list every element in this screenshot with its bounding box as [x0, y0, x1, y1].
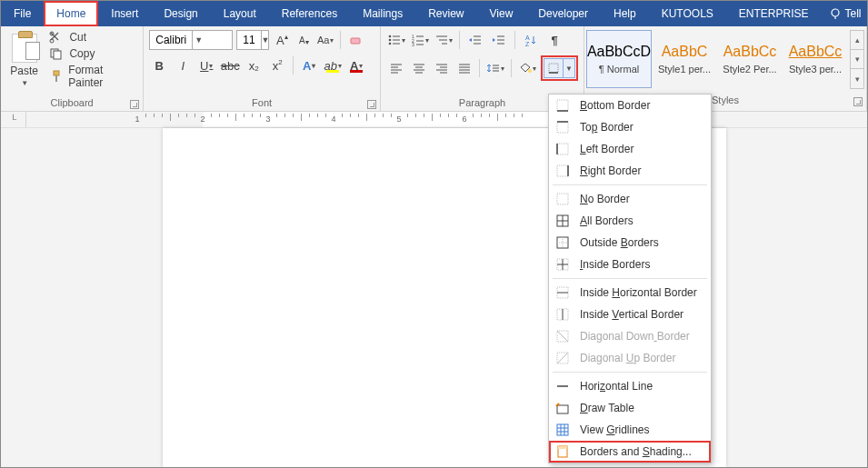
- justify-button[interactable]: [454, 58, 474, 78]
- tab-insert[interactable]: Insert: [98, 1, 151, 26]
- shrink-font-button[interactable]: A▾: [294, 31, 313, 49]
- menu-separator: [553, 278, 707, 279]
- menu-item-label: Left Border: [580, 143, 634, 155]
- menu-item-inside-vertical-border[interactable]: Inside Vertical Border: [549, 304, 711, 325]
- bullets-icon: [387, 34, 401, 46]
- font-color-button[interactable]: A▾: [346, 55, 366, 75]
- styles-scroll-down[interactable]: ▾: [851, 50, 863, 69]
- numbering-button[interactable]: 123▾: [410, 30, 430, 50]
- style-name-label: Style3 per...: [789, 64, 842, 75]
- ruler-number: 4: [331, 115, 335, 124]
- tab-home[interactable]: Home: [44, 1, 98, 26]
- svg-rect-52: [549, 64, 558, 73]
- copy-button[interactable]: Copy: [47, 46, 137, 61]
- brush-icon: [49, 70, 63, 83]
- tab-help[interactable]: Help: [601, 1, 649, 26]
- menu-item-all-borders[interactable]: All Borders: [549, 210, 711, 232]
- style-item-3[interactable]: AaBbCcStyle3 per...: [783, 30, 848, 88]
- menu-item-inside-borders[interactable]: Inside Borders: [549, 254, 711, 275]
- menu-item-view-gridlines[interactable]: View Gridlines: [549, 419, 711, 441]
- cut-button[interactable]: Cut: [47, 30, 137, 45]
- border-icon: [554, 350, 571, 366]
- menu-item-top-border[interactable]: Top Border: [549, 116, 711, 138]
- style-name-label: ¶ Normal: [599, 64, 639, 75]
- styles-gallery-scroll[interactable]: ▴▾▾: [850, 30, 864, 89]
- tab-selector[interactable]: └: [1, 112, 26, 127]
- increase-indent-button[interactable]: [489, 30, 509, 50]
- menu-item-draw-table[interactable]: Draw Table: [549, 397, 711, 419]
- style-item-2[interactable]: AaBbCcStyle2 Per...: [717, 30, 783, 88]
- menu-item-outside-borders[interactable]: Outside Borders: [549, 232, 711, 254]
- shading-button[interactable]: ▾: [517, 58, 537, 78]
- menu-item-label: Top Border: [580, 121, 634, 134]
- tab-view[interactable]: View: [477, 1, 526, 26]
- tab-developer[interactable]: Developer: [525, 1, 601, 26]
- menu-item-label: Inside Borders: [580, 258, 650, 271]
- strikethrough-button[interactable]: abc: [220, 55, 240, 75]
- styles-scroll-up[interactable]: ▴: [851, 31, 863, 50]
- sort-button[interactable]: AZ: [521, 30, 541, 50]
- style-item-0[interactable]: AaBbCcD¶ Normal: [586, 30, 652, 88]
- styles-more-button[interactable]: ▾: [851, 69, 863, 88]
- font-name-combo[interactable]: Calibri▼: [149, 30, 233, 50]
- align-left-button[interactable]: [386, 58, 405, 78]
- ruler-number: 2: [200, 115, 205, 124]
- font-size-combo[interactable]: 11▼: [236, 30, 269, 50]
- paste-button[interactable]: Paste ▼: [6, 30, 42, 87]
- border-icon: [554, 328, 571, 344]
- borders-split-button[interactable]: ▼: [541, 55, 578, 81]
- bold-button[interactable]: B: [149, 55, 169, 75]
- clipboard-launcher[interactable]: [130, 100, 139, 109]
- styles-launcher[interactable]: [853, 97, 863, 106]
- bullets-button[interactable]: ▾: [386, 30, 406, 50]
- tab-review[interactable]: Review: [415, 1, 476, 26]
- tab-kutools[interactable]: KUTOOLS: [649, 1, 726, 26]
- superscript-button[interactable]: x2: [267, 55, 287, 75]
- menu-item-right-border[interactable]: Right Border: [549, 160, 711, 182]
- multilevel-button[interactable]: ▾: [434, 30, 454, 50]
- menu-item-left-border[interactable]: Left Border: [549, 138, 711, 160]
- subscript-button[interactable]: x2: [244, 55, 264, 75]
- tab-file[interactable]: File: [1, 1, 44, 26]
- menu-bar: File Home Insert Design Layout Reference…: [1, 1, 867, 26]
- change-case-button[interactable]: Aa▾: [316, 31, 334, 49]
- svg-line-77: [557, 331, 568, 342]
- highlight-button[interactable]: ab▾: [323, 55, 343, 75]
- menu-item-bottom-border[interactable]: Bottom Border: [549, 95, 711, 116]
- clear-formatting-button[interactable]: [346, 31, 364, 49]
- style-item-1[interactable]: AaBbCStyle1 per...: [652, 30, 717, 88]
- show-marks-button[interactable]: ¶: [544, 30, 564, 50]
- scissors-icon: [49, 31, 64, 44]
- tab-enterprise[interactable]: ENTERPRISE: [726, 1, 822, 26]
- tab-layout[interactable]: Layout: [211, 1, 269, 26]
- tell-me[interactable]: Tell: [822, 1, 868, 26]
- borders-button[interactable]: [544, 58, 564, 78]
- group-label-clipboard: Clipboard: [1, 95, 143, 111]
- menu-item-no-border[interactable]: No Border: [549, 188, 711, 210]
- menu-item-label: View Gridlines: [580, 423, 650, 436]
- numbering-icon: 123: [411, 34, 424, 46]
- italic-button[interactable]: I: [173, 55, 193, 75]
- tab-mailings[interactable]: Mailings: [350, 1, 415, 26]
- vertical-ruler-gutter: [1, 128, 26, 467]
- underline-button[interactable]: U▾: [196, 55, 216, 75]
- menu-item-horizontal-line[interactable]: Horizontal Line: [549, 375, 711, 397]
- font-launcher[interactable]: [367, 100, 376, 109]
- menu-item-label: Diagonal Up Border: [580, 352, 675, 364]
- border-icon: [554, 213, 571, 229]
- format-painter-button[interactable]: Format Painter: [47, 63, 137, 90]
- grow-font-button[interactable]: A▴: [273, 31, 291, 49]
- line-spacing-button[interactable]: ▾: [485, 58, 505, 78]
- menu-item-borders-and-shading[interactable]: Borders and Shading...: [549, 441, 711, 463]
- decrease-indent-button[interactable]: [465, 30, 485, 50]
- borders-dropdown-arrow[interactable]: ▼: [563, 58, 575, 78]
- text-effects-button[interactable]: A▾: [299, 55, 319, 75]
- tab-references[interactable]: References: [269, 1, 350, 26]
- align-right-button[interactable]: [432, 58, 451, 78]
- horizontal-ruler[interactable]: 123456: [26, 112, 867, 127]
- border-icon: [554, 163, 571, 179]
- tab-design[interactable]: Design: [151, 1, 210, 26]
- menu-item-inside-horizontal-border[interactable]: Inside Horizontal Border: [549, 282, 711, 304]
- line-spacing-icon: [486, 62, 500, 75]
- align-center-button[interactable]: [409, 58, 428, 78]
